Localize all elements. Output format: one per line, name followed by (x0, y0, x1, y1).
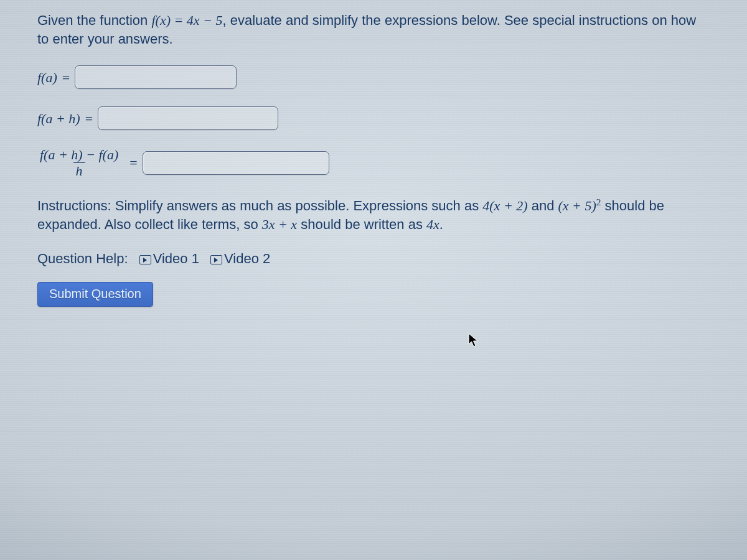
lhs-fah: f(a + h) (37, 110, 80, 128)
instr-lead: Instructions: Simplify answers as much a… (37, 198, 482, 213)
video-1-label: Video 1 (153, 251, 199, 266)
instr-mid3: should be written as (297, 217, 426, 232)
instructions-text: Instructions: Simplify answers as much a… (37, 196, 697, 234)
difference-quotient-fraction: f(a + h) − f(a) h (37, 147, 121, 178)
instr-expr2: (x + 5)2 (558, 198, 601, 213)
equals-1: = (61, 68, 71, 87)
prompt-lead: Given the function (37, 12, 151, 28)
input-difference-quotient[interactable] (143, 151, 329, 175)
question-help-label: Question Help: (37, 251, 128, 266)
dq-numerator: f(a + h) − f(a) (37, 147, 121, 162)
instr-mid1: and (528, 198, 558, 213)
lhs-fa: f(a) (37, 68, 57, 87)
instr-expr4: 4x (426, 217, 439, 232)
instr-expr2-base: (x + 5) (558, 198, 596, 213)
play-icon (139, 255, 151, 264)
instr-expr3: 3x + x (262, 217, 297, 232)
cursor-icon (468, 333, 479, 348)
video-2-label: Video 2 (224, 251, 270, 266)
video-2-link[interactable]: Video 2 (210, 251, 270, 266)
input-f-of-a[interactable] (75, 65, 237, 89)
play-icon (210, 255, 222, 264)
instr-expr1: 4(x + 2) (482, 198, 527, 213)
dq-denominator: h (73, 162, 85, 178)
question-prompt: Given the function f(x) = 4x − 5, evalua… (37, 11, 710, 48)
equals-2: = (84, 110, 94, 128)
video-1-link[interactable]: Video 1 (139, 251, 203, 266)
row-f-of-a-plus-h: f(a + h) = (37, 106, 710, 130)
question-help-row: Question Help: Video 1 Video 2 (37, 250, 710, 268)
row-difference-quotient: f(a + h) − f(a) h = (37, 147, 710, 178)
equals-3: = (128, 154, 138, 172)
instr-end: . (439, 217, 443, 232)
submit-question-button[interactable]: Submit Question (37, 282, 153, 307)
prompt-function: f(x) = 4x − 5 (151, 12, 222, 28)
input-f-of-a-plus-h[interactable] (98, 106, 278, 130)
row-f-of-a: f(a) = (37, 65, 710, 89)
